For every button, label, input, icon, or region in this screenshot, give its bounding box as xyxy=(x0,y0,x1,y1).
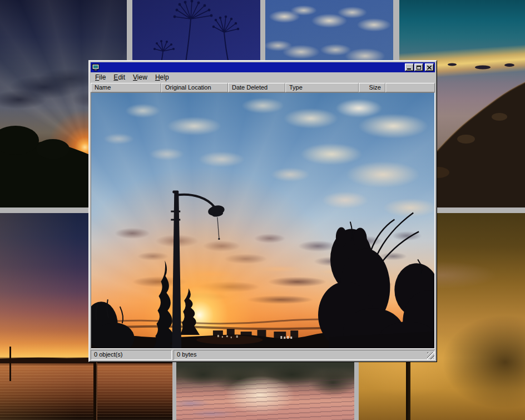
close-icon xyxy=(427,66,432,70)
desktop: File Edit View Help Name Original Locati… xyxy=(0,0,525,420)
window-controls xyxy=(404,63,434,71)
close-button[interactable] xyxy=(425,63,434,71)
status-bytes: 0 bytes xyxy=(177,351,196,358)
menu-file[interactable]: File xyxy=(91,73,110,82)
column-header-name[interactable]: Name xyxy=(91,83,161,92)
photo-silhouettes xyxy=(91,93,434,348)
column-header-original-location[interactable]: Original Location xyxy=(161,83,228,92)
maximize-button[interactable] xyxy=(414,63,423,71)
computer-icon xyxy=(92,63,100,71)
menu-help[interactable]: Help xyxy=(151,73,173,82)
column-header-type[interactable]: Type xyxy=(285,83,359,92)
column-header-filler xyxy=(385,83,435,92)
minimize-button[interactable] xyxy=(405,63,414,71)
column-header-date-deleted[interactable]: Date Deleted xyxy=(228,83,285,92)
status-bar: 0 object(s) 0 bytes xyxy=(91,350,435,360)
status-bytes-panel: 0 bytes xyxy=(174,350,435,360)
menu-bar: File Edit View Help xyxy=(91,72,435,83)
recycle-bin-window: File Edit View Help Name Original Locati… xyxy=(88,60,437,362)
maximize-icon xyxy=(417,66,421,70)
menu-view[interactable]: View xyxy=(129,73,151,82)
menu-edit[interactable]: Edit xyxy=(110,73,129,82)
column-header-size[interactable]: Size xyxy=(359,83,385,92)
minimize-icon xyxy=(407,68,411,70)
column-headers: Name Original Location Date Deleted Type… xyxy=(91,83,435,92)
title-bar[interactable] xyxy=(91,62,435,72)
list-view[interactable] xyxy=(91,92,435,349)
water-ripples xyxy=(176,379,354,420)
status-objects: 0 object(s) xyxy=(91,350,172,360)
resize-grip-icon[interactable] xyxy=(427,352,434,359)
